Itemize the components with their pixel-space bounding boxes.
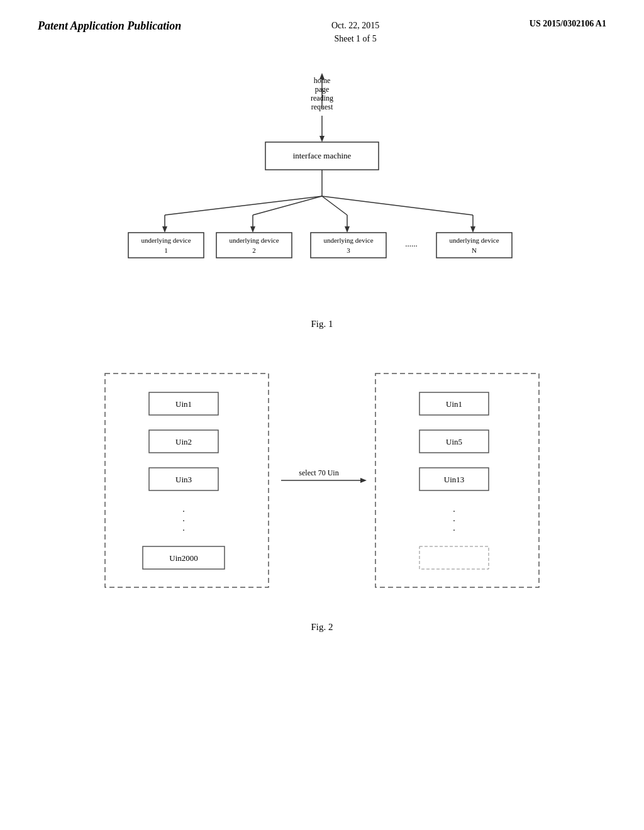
- svg-text:.: .: [182, 523, 185, 533]
- svg-text:3: 3: [347, 246, 350, 254]
- svg-text:.: .: [182, 514, 185, 523]
- svg-text:Uin5: Uin5: [446, 437, 462, 446]
- arrow-label: select 70 Uin: [299, 468, 338, 477]
- svg-text:N: N: [472, 246, 477, 254]
- svg-text:reading: reading: [311, 94, 333, 102]
- svg-text:.: .: [182, 504, 185, 514]
- last-right-box: [419, 546, 489, 569]
- svg-text:.: .: [453, 523, 455, 533]
- publication-number: US 2015/0302106 A1: [530, 19, 606, 29]
- fig2-caption: Fig. 2: [311, 622, 333, 633]
- interface-machine-label: interface machine: [293, 151, 352, 160]
- svg-text:Uin1: Uin1: [446, 399, 462, 409]
- figure-2-diagram: Uin1 Uin2 Uin3 . . . Uin2000 select 70 U: [86, 361, 558, 612]
- svg-text:underlying device: underlying device: [323, 236, 373, 244]
- svg-text:Uin1: Uin1: [175, 399, 192, 409]
- svg-text:.: .: [453, 514, 455, 523]
- page-header: Patent Application Publication Oct. 22, …: [0, 0, 644, 52]
- figures-area: home page reading request interface mach…: [0, 52, 644, 633]
- svg-text:Uin2000: Uin2000: [169, 553, 198, 563]
- figure-1-diagram: home page reading request interface mach…: [102, 70, 542, 309]
- svg-text:underlying device: underlying device: [141, 236, 191, 244]
- svg-marker-19: [470, 226, 475, 233]
- svg-text:underlying device: underlying device: [229, 236, 279, 244]
- svg-text:Uin3: Uin3: [175, 475, 192, 484]
- publication-date: Oct. 22, 2015: [331, 21, 379, 30]
- ellipsis-label: ......: [405, 239, 418, 248]
- svg-marker-10: [162, 226, 167, 233]
- svg-marker-16: [345, 226, 350, 233]
- svg-text:underlying device: underlying device: [449, 236, 499, 244]
- svg-marker-36: [360, 478, 367, 483]
- svg-line-11: [253, 196, 322, 215]
- publication-title: Patent Application Publication: [38, 19, 181, 33]
- svg-text:Uin2: Uin2: [175, 437, 192, 446]
- fig1-svg: home page reading request interface mach…: [102, 70, 542, 303]
- svg-line-8: [165, 196, 322, 215]
- svg-text:1: 1: [164, 246, 168, 254]
- homepage-request-label: home: [314, 76, 331, 85]
- fig2-svg: Uin1 Uin2 Uin3 . . . Uin2000 select 70 U: [86, 361, 558, 612]
- svg-text:2: 2: [252, 246, 256, 254]
- svg-marker-6: [319, 136, 325, 142]
- svg-marker-13: [250, 226, 255, 233]
- svg-line-17: [322, 196, 473, 215]
- fig1-caption: Fig. 1: [311, 319, 333, 329]
- svg-text:Uin13: Uin13: [444, 475, 465, 484]
- svg-text:request: request: [311, 102, 333, 111]
- page: Patent Application Publication Oct. 22, …: [0, 0, 644, 830]
- svg-text:page: page: [315, 85, 330, 94]
- sheet-info: Sheet 1 of 5: [334, 34, 376, 43]
- publication-date-sheet: Oct. 22, 2015 Sheet 1 of 5: [331, 19, 379, 45]
- svg-text:.: .: [453, 504, 455, 514]
